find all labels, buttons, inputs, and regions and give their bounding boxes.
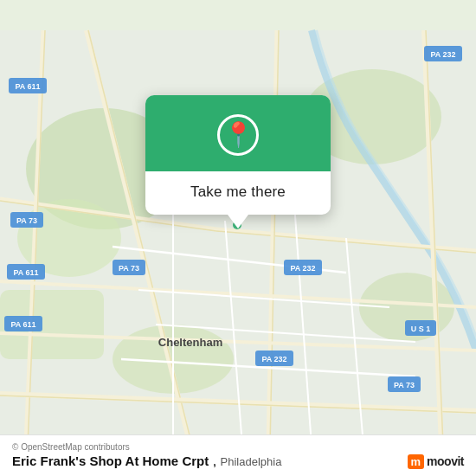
svg-text:PA 611: PA 611 <box>15 82 40 91</box>
separator: , <box>213 453 221 468</box>
moovit-text-logo: moovit <box>427 454 464 468</box>
map-background: PA 611 PA 232 PA 73 PA 611 PA 611 PA 73 … <box>0 0 476 476</box>
svg-text:PA 611: PA 611 <box>10 320 35 329</box>
svg-text:U S 1: U S 1 <box>411 325 431 333</box>
moovit-logo: m moovit <box>408 454 464 469</box>
popup-button-section: Take me there <box>145 171 331 215</box>
svg-text:PA 73: PA 73 <box>119 264 139 273</box>
location-name-row: Eric Frank's Shop At Home Crpt , Philade… <box>12 453 464 469</box>
attribution-text: © OpenStreetMap contributors <box>12 442 464 452</box>
location-name: Eric Frank's Shop At Home Crpt <box>12 453 209 468</box>
location-city: Philadelphia <box>221 455 282 468</box>
svg-text:PA 73: PA 73 <box>16 216 37 225</box>
svg-text:PA 232: PA 232 <box>290 264 315 273</box>
take-me-there-button[interactable]: Take me there <box>190 180 286 204</box>
bottom-bar: © OpenStreetMap contributors Eric Frank'… <box>0 434 476 476</box>
svg-text:Cheltenham: Cheltenham <box>158 336 222 349</box>
popup-green-section: 📍 <box>145 95 331 171</box>
map-container: PA 611 PA 232 PA 73 PA 611 PA 611 PA 73 … <box>0 0 476 476</box>
moovit-m-logo: m <box>408 454 425 469</box>
popup-card: 📍 Take me there <box>145 95 331 215</box>
popup-tail <box>228 215 248 228</box>
svg-text:PA 73: PA 73 <box>394 381 415 389</box>
location-pin-icon: 📍 <box>223 123 254 147</box>
svg-text:PA 232: PA 232 <box>261 355 286 363</box>
svg-text:PA 611: PA 611 <box>13 268 38 277</box>
location-icon-circle: 📍 <box>217 114 259 156</box>
svg-text:PA 232: PA 232 <box>430 50 455 59</box>
